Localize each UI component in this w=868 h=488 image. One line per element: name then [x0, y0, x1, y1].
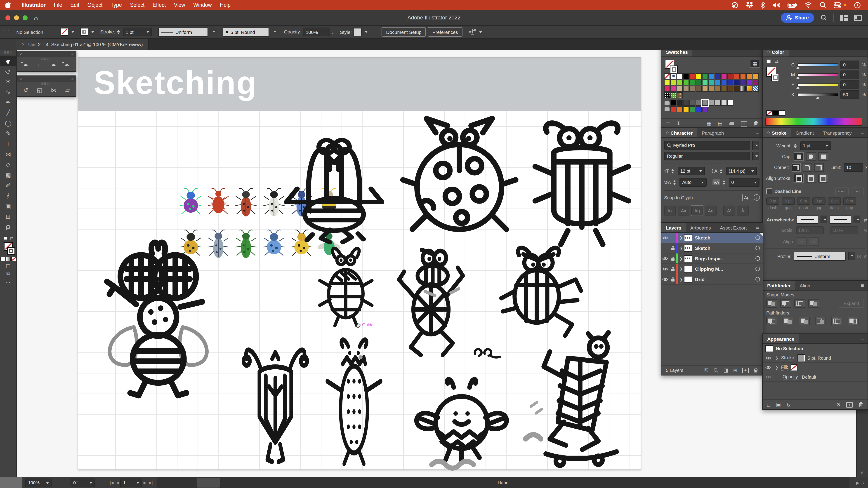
swatch[interactable] [696, 79, 702, 86]
pen-tool[interactable]: ✒ [0, 97, 16, 107]
projecting-cap-button[interactable] [818, 152, 828, 161]
swatch[interactable] [702, 106, 708, 112]
swatch[interactable] [721, 86, 727, 92]
swatch[interactable] [689, 86, 695, 92]
appearance-fill-row[interactable]: ❯ Fill: [763, 363, 868, 372]
workspace-switcher-icon[interactable] [840, 15, 848, 21]
channel-slider[interactable] [798, 83, 838, 86]
panel-menu-icon[interactable]: ≡ [752, 223, 763, 232]
swatch[interactable] [689, 106, 695, 112]
fill-control[interactable] [2, 242, 15, 255]
add-stroke-icon[interactable]: □ [767, 402, 770, 408]
dash-preset-preserve-icon[interactable]: ⌐–¬ [835, 188, 848, 195]
layer-expand-icon[interactable]: ❯ [678, 267, 684, 271]
tab-transparency[interactable]: Transparency [818, 128, 856, 137]
swatch[interactable] [689, 79, 695, 86]
font-style-field[interactable]: Regular [664, 152, 750, 160]
style-swatch[interactable] [353, 28, 362, 36]
draw-mode-icon[interactable]: ◳ [6, 263, 11, 269]
swatch[interactable] [702, 86, 708, 92]
opacity-row-label[interactable]: Opacity: [782, 374, 799, 380]
snap-option-button[interactable]: Ag [705, 205, 717, 216]
dashed-line-checkbox[interactable] [766, 188, 772, 194]
layer-row[interactable]: ❯Clipping M... [661, 264, 763, 274]
swatch[interactable]: ⊕ [671, 73, 676, 79]
visibility-eye-icon[interactable] [765, 365, 773, 369]
stroke-weight-label[interactable]: Stroke: [100, 29, 115, 35]
share-button[interactable]: Share [781, 13, 814, 22]
layer-lock-icon[interactable] [669, 256, 676, 261]
layer-row[interactable]: ❯Sketch [661, 233, 763, 243]
opacity-expand-icon[interactable]: › [332, 29, 334, 35]
swatch[interactable] [734, 73, 740, 79]
swap-colors-icon[interactable]: ⇄ [775, 59, 779, 64]
paintbrush-tool[interactable]: ✎ [0, 128, 16, 139]
menu-item-illustrator[interactable]: Illustrator [18, 2, 50, 8]
layer-name[interactable]: Sketch [695, 246, 753, 251]
channel-value-field[interactable]: 0 [840, 80, 860, 89]
close-icon[interactable]: × [20, 76, 22, 81]
swatch[interactable] [721, 73, 727, 79]
swatch[interactable] [727, 100, 733, 106]
tab-character[interactable]: ◇Character [661, 128, 697, 137]
panel-menu-icon[interactable]: ≡ [857, 128, 868, 137]
swatch[interactable] [746, 79, 752, 86]
delete-item-icon[interactable] [859, 402, 863, 408]
unite-button[interactable] [766, 299, 777, 307]
layer-visibility-icon[interactable] [661, 267, 669, 271]
swatch[interactable] [683, 100, 689, 106]
layer-row[interactable]: ❯Grid [661, 274, 763, 285]
new-layer-icon[interactable]: + [742, 367, 749, 373]
search-icon[interactable] [820, 14, 827, 21]
stroke-row-label[interactable]: Stroke: [781, 355, 795, 361]
swatch[interactable] [664, 73, 670, 79]
swatch-group-folder-icon[interactable] [664, 100, 670, 106]
layer-row[interactable]: ❯Bugs Inspir... [661, 254, 763, 264]
swatch[interactable] [677, 79, 683, 86]
snap-glyph-ag-icon[interactable]: Ag [742, 194, 751, 201]
miter-join-button[interactable] [792, 163, 801, 172]
swatch[interactable] [683, 86, 689, 92]
none-black-white-swatches[interactable] [766, 110, 785, 116]
trim-button[interactable] [782, 317, 794, 325]
expand-arrow-icon[interactable]: ❯ [775, 356, 778, 360]
snap-option-button[interactable]: Ax [664, 205, 676, 216]
delete-layer-icon[interactable] [754, 367, 758, 373]
style-dropdown-icon[interactable] [365, 31, 368, 33]
close-icon[interactable]: × [20, 52, 22, 56]
add-fill-icon[interactable]: ▣ [776, 402, 781, 408]
swatch[interactable] [702, 100, 708, 106]
channel-slider[interactable] [798, 93, 838, 96]
stroke-swatch[interactable] [798, 355, 805, 361]
swatch[interactable] [671, 100, 676, 106]
swatch[interactable] [746, 73, 752, 79]
layer-visibility-icon[interactable] [661, 256, 669, 260]
swatch[interactable] [727, 73, 733, 79]
swatch[interactable] [696, 73, 702, 79]
duplicate-item-icon[interactable]: + [846, 402, 852, 408]
tab-artboards[interactable]: Artboards [686, 223, 715, 232]
minus-back-button[interactable] [848, 317, 859, 325]
delete-anchor-point-tool-icon[interactable]: ✒− [23, 62, 28, 69]
menu-item-object[interactable]: Object [84, 2, 107, 8]
color-spectrum-bar[interactable] [765, 118, 862, 126]
swatch[interactable] [664, 92, 670, 98]
bluetooth-icon[interactable] [761, 2, 765, 8]
grid-view-icon[interactable]: ▦ [750, 60, 760, 68]
tab-gradient[interactable]: Gradient [791, 128, 818, 137]
layer-name[interactable]: Bugs Inspir... [695, 256, 753, 261]
panel-menu-icon[interactable]: ≡ [857, 334, 868, 344]
swatch[interactable] [734, 79, 740, 86]
tab-appearance[interactable]: Appearance [763, 334, 799, 344]
tab-layers[interactable]: Layers [661, 223, 686, 232]
add-from-library-icon[interactable]: ↧ [676, 121, 680, 127]
edit-toolbar-icon[interactable]: … [5, 278, 11, 284]
new-group-icon[interactable] [729, 121, 734, 126]
variable-width-profile-select[interactable]: Uniform [158, 27, 208, 36]
channel-slider[interactable] [798, 63, 838, 66]
round-join-button[interactable] [803, 163, 812, 172]
swatch[interactable] [677, 86, 683, 92]
collapse-icon[interactable]: « [71, 52, 74, 56]
snap-option-button[interactable]: Å [737, 205, 749, 216]
weight-field[interactable]: 1 pt [800, 141, 831, 150]
